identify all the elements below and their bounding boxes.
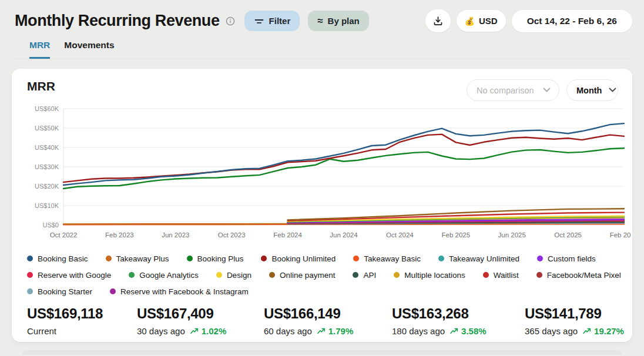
legend-item-booking-unlimited[interactable]: Booking Unlimited xyxy=(261,254,336,263)
granularity-select[interactable]: Month xyxy=(566,79,618,101)
legend-item-takeaway-unlimited[interactable]: Takeaway Unlimited xyxy=(438,254,519,263)
waves-icon: ≈ xyxy=(317,18,323,25)
title-row: Monthly Recurring Revenue Filter ≈ By pl… xyxy=(15,9,632,32)
legend-label: Takeaway Plus xyxy=(116,254,169,263)
stat-change: 1.79% xyxy=(317,326,354,336)
legend-label: Booking Plus xyxy=(197,254,244,263)
filter-button[interactable]: Filter xyxy=(244,11,300,31)
chart-svg: US$0US$10KUS$20KUS$30KUS$40KUS$50KUS$60K… xyxy=(26,103,631,242)
legend-dot xyxy=(483,272,489,278)
next-section-edge xyxy=(22,350,622,355)
legend-item-waitlist[interactable]: Waitlist xyxy=(483,271,519,280)
by-plan-button-label: By plan xyxy=(328,16,360,26)
stat-label: 365 days ago xyxy=(525,326,578,336)
stat-value: US$167,409 xyxy=(137,305,264,322)
legend-row: Booking StarterReserve with Facebook & I… xyxy=(27,283,625,300)
header-actions: 💰 USD Oct 14, 22 - Feb 6, 26 xyxy=(425,9,633,32)
stat-change: 1.02% xyxy=(190,326,227,336)
legend-label: Custom fields xyxy=(548,254,596,263)
legend-item-online-payment[interactable]: Online payment xyxy=(269,271,336,280)
filter-icon xyxy=(254,16,264,26)
stat-value: US$166,149 xyxy=(264,305,392,322)
legend-dot xyxy=(216,272,222,278)
legend-item-booking-basic[interactable]: Booking Basic xyxy=(27,254,88,263)
stat-value: US$141,789 xyxy=(525,305,625,322)
legend-dot xyxy=(187,256,193,261)
legend-label: Reserve with Google xyxy=(38,271,111,280)
legend-item-reserve-with-facebook-instagram[interactable]: Reserve with Facebook & Instagram xyxy=(110,287,249,296)
legend-dot xyxy=(536,272,542,278)
comparison-select[interactable]: No comparison xyxy=(467,79,559,101)
stats-row: US$169,118CurrentUS$167,40930 days ago1.… xyxy=(26,305,625,336)
stat-block-current: US$169,118Current xyxy=(27,305,137,336)
legend-label: Multiple locations xyxy=(404,271,465,280)
legend-dot xyxy=(27,288,33,294)
stat-change: 3.58% xyxy=(450,326,487,336)
page-header: Monthly Recurring Revenue Filter ≈ By pl… xyxy=(0,0,644,59)
mrr-line-chart[interactable]: US$0US$10KUS$20KUS$30KUS$40KUS$50KUS$60K… xyxy=(26,103,625,244)
svg-text:Feb 2024: Feb 2024 xyxy=(273,231,302,239)
legend-row: Booking BasicTakeaway PlusBooking PlusBo… xyxy=(27,250,625,267)
legend-dot xyxy=(394,272,400,278)
page-title: Monthly Recurring Revenue xyxy=(15,12,220,30)
download-button[interactable] xyxy=(425,9,451,32)
legend-dot xyxy=(438,256,444,261)
legend-item-api[interactable]: API xyxy=(353,271,376,280)
trend-up-icon xyxy=(190,328,199,334)
stat-block-365-days-ago: US$141,789365 days ago19.27% xyxy=(525,305,625,336)
legend-item-takeaway-basic[interactable]: Takeaway Basic xyxy=(353,254,421,263)
granularity-select-value: Month xyxy=(576,86,602,95)
legend-dot xyxy=(353,272,358,278)
legend-label: Takeaway Basic xyxy=(364,254,421,263)
svg-text:Jun 2025: Jun 2025 xyxy=(498,231,526,239)
money-bag-icon: 💰 xyxy=(465,16,475,26)
legend-item-facebook-meta-pixel[interactable]: Facebook/Meta Pixel xyxy=(536,271,621,280)
download-icon xyxy=(433,16,443,26)
svg-text:Feb 2025: Feb 2025 xyxy=(441,231,470,239)
legend-label: Facebook/Meta Pixel xyxy=(547,271,621,280)
legend-row: Reserve with GoogleGoogle AnalyticsDesig… xyxy=(27,267,625,283)
svg-text:Oct 2022: Oct 2022 xyxy=(50,231,78,239)
legend-item-reserve-with-google[interactable]: Reserve with Google xyxy=(27,271,111,280)
date-range-label: Oct 14, 22 - Feb 6, 26 xyxy=(527,16,617,26)
svg-text:US$50K: US$50K xyxy=(35,125,59,132)
stat-block-60-days-ago: US$166,14960 days ago1.79% xyxy=(264,305,392,336)
legend-label: Online payment xyxy=(280,271,336,280)
legend-item-booking-plus[interactable]: Booking Plus xyxy=(187,254,244,263)
trend-up-icon xyxy=(583,328,591,334)
legend-item-design[interactable]: Design xyxy=(216,271,251,280)
legend-dot xyxy=(269,272,275,278)
stat-label: 180 days ago xyxy=(392,326,445,336)
legend-item-booking-starter[interactable]: Booking Starter xyxy=(27,287,92,296)
legend-dot xyxy=(110,288,116,294)
card-controls: No comparison Month xyxy=(467,79,625,101)
series-line-booking-basic xyxy=(63,123,624,185)
currency-label: USD xyxy=(479,16,498,26)
info-icon[interactable] xyxy=(226,16,235,26)
stat-label: Current xyxy=(27,326,56,336)
series-line-booking-unlimited xyxy=(63,135,624,183)
legend-dot xyxy=(261,256,267,261)
legend-label: Takeaway Unlimited xyxy=(449,254,519,263)
legend-label: Waitlist xyxy=(494,271,519,280)
legend-item-google-analytics[interactable]: Google Analytics xyxy=(129,271,199,280)
svg-text:US$20K: US$20K xyxy=(35,183,59,190)
by-plan-button[interactable]: ≈ By plan xyxy=(308,11,369,31)
stat-change: 19.27% xyxy=(583,326,624,336)
currency-button[interactable]: 💰 USD xyxy=(457,10,506,32)
date-range-button[interactable]: Oct 14, 22 - Feb 6, 26 xyxy=(512,10,632,32)
legend-dot xyxy=(106,256,112,261)
svg-text:US$40K: US$40K xyxy=(35,144,59,151)
tab-movements[interactable]: Movements xyxy=(64,40,114,59)
tabs: MRRMovements xyxy=(15,40,632,59)
tab-mrr[interactable]: MRR xyxy=(29,40,50,59)
chevron-down-icon xyxy=(543,88,551,93)
legend-item-takeaway-plus[interactable]: Takeaway Plus xyxy=(106,254,169,263)
comparison-select-value: No comparison xyxy=(477,86,534,95)
svg-text:Feb 2023: Feb 2023 xyxy=(105,231,134,239)
legend-item-multiple-locations[interactable]: Multiple locations xyxy=(394,271,465,280)
legend-item-custom-fields[interactable]: Custom fields xyxy=(537,254,596,263)
legend-label: Booking Basic xyxy=(38,254,88,263)
svg-text:US$10K: US$10K xyxy=(35,202,59,209)
legend-label: Reserve with Facebook & Instagram xyxy=(120,287,249,296)
